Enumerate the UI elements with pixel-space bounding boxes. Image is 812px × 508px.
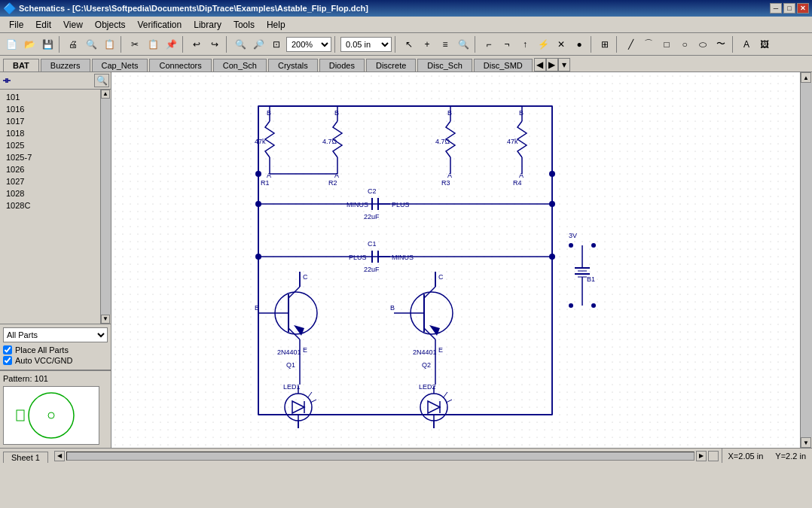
x-coordinate: X=2.05 in	[728, 452, 764, 461]
svg-rect-8	[111, 72, 800, 448]
list-item[interactable]: 1025	[0, 139, 100, 151]
svg-text:2N4401: 2N4401	[413, 348, 437, 356]
place-all-row: Place All Parts	[3, 345, 108, 354]
pin-tool[interactable]: ↑	[517, 36, 533, 53]
list-item[interactable]: 1026	[0, 163, 100, 175]
net2-tool[interactable]: ¬	[499, 36, 515, 53]
menu-library[interactable]: Library	[188, 18, 227, 32]
grid-tool[interactable]: ⊞	[597, 36, 613, 53]
wave-tool[interactable]: 〜	[713, 36, 729, 53]
scrollbar-track[interactable]	[101, 99, 111, 315]
export-button[interactable]: 📋	[101, 36, 118, 53]
net-tool[interactable]: ⌐	[481, 36, 497, 53]
list-item[interactable]: 1017	[0, 115, 100, 127]
svg-text:R3: R3	[441, 179, 450, 187]
select-tool[interactable]: ↖	[401, 36, 417, 53]
tab-connectors[interactable]: Connectors	[149, 59, 211, 71]
tab-bat[interactable]: BAT	[3, 59, 39, 71]
vertical-scrollbar[interactable]: ▲ ▼	[800, 72, 812, 448]
menu-tools[interactable]: Tools	[227, 18, 261, 32]
svg-point-114	[569, 243, 573, 248]
add-wire-tool[interactable]: +	[419, 36, 435, 53]
open-button[interactable]: 📂	[21, 36, 38, 53]
svg-point-123	[549, 254, 555, 260]
circle-tool[interactable]: ⬭	[694, 36, 711, 53]
tab-con-sch[interactable]: Con_Sch	[213, 59, 267, 71]
auto-vcc-checkbox[interactable]	[3, 356, 12, 365]
text-tool[interactable]: A	[738, 36, 755, 53]
new-button[interactable]: 📄	[3, 36, 20, 53]
maximize-button[interactable]: □	[783, 3, 795, 14]
rect-tool[interactable]: □	[658, 36, 675, 53]
power-tool[interactable]: ⚡	[535, 36, 551, 53]
redo-button[interactable]: ↪	[206, 36, 223, 53]
tab-discrete[interactable]: Discrete	[366, 59, 416, 71]
junction-tool[interactable]: ●	[571, 36, 588, 53]
tab-disc-smd[interactable]: Disc_SMD	[474, 59, 533, 71]
find-tool[interactable]: 🔍	[455, 36, 472, 53]
sheet-tab-1[interactable]: Sheet 1	[3, 452, 48, 463]
vscroll-track[interactable]	[801, 83, 812, 437]
cut-button[interactable]: ✂	[127, 36, 143, 53]
tab-scroll-left[interactable]: ◀	[534, 58, 546, 71]
no-connect-tool[interactable]: ✕	[553, 36, 569, 53]
tab-menu[interactable]: ▾	[558, 58, 570, 71]
menu-file[interactable]: File	[3, 18, 29, 32]
menu-edit[interactable]: Edit	[29, 18, 57, 32]
menu-verification[interactable]: Verification	[132, 18, 188, 32]
window-controls: ─ □ ✕	[770, 3, 809, 14]
svg-text:B: B	[447, 109, 452, 117]
print-button[interactable]: 🖨	[65, 36, 81, 53]
tab-diodes[interactable]: Diodes	[319, 59, 365, 71]
scrollbar-up[interactable]: ▲	[101, 90, 110, 99]
menu-objects[interactable]: Objects	[89, 18, 132, 32]
scrollbar-down[interactable]: ▼	[101, 315, 110, 324]
list-item[interactable]: 1025-7	[0, 151, 100, 163]
image-tool[interactable]: 🖼	[756, 36, 773, 53]
offset-select[interactable]: 0.05 in0.01 in0.1 in	[340, 37, 392, 52]
paste-button[interactable]: 📌	[163, 36, 179, 53]
arc-tool[interactable]: ⌒	[640, 36, 657, 53]
hscroll-right-button[interactable]: ▶	[696, 451, 707, 461]
zoom-select[interactable]: 200%100%150%300%	[286, 37, 331, 52]
menu-view[interactable]: View	[57, 18, 89, 32]
zoom-in-button[interactable]: 🔍	[232, 36, 249, 53]
part-list-scrollbar[interactable]: ▲ ▼	[100, 90, 111, 324]
tab-cap-nets[interactable]: Cap_Nets	[92, 59, 148, 71]
menu-help[interactable]: Help	[261, 18, 292, 32]
canvas-area[interactable]: 47k R1 B A 4.7Ω R2 B A 4.7Ω R3	[111, 72, 800, 448]
list-item[interactable]: 1028C	[0, 199, 100, 211]
search-button[interactable]: 🔍	[94, 74, 109, 87]
tab-crystals[interactable]: Crystals	[268, 59, 318, 71]
list-item[interactable]: 1028	[0, 187, 100, 199]
hscroll-left-button[interactable]: ◀	[54, 451, 65, 461]
tab-buzzers[interactable]: Buzzers	[41, 59, 90, 71]
svg-text:A: A	[447, 172, 452, 179]
scroll-up-button[interactable]: ▲	[801, 72, 811, 83]
tab-scroll-right[interactable]: ▶	[546, 58, 558, 71]
list-item[interactable]: 1027	[0, 175, 100, 187]
svg-text:C1: C1	[368, 240, 377, 248]
zoom-fit-button[interactable]: ⊡	[268, 36, 285, 53]
ellipse-tool[interactable]: ○	[676, 36, 693, 53]
hscroll-track[interactable]	[66, 452, 694, 461]
save-button[interactable]: 💾	[39, 36, 56, 53]
filter-select[interactable]: All Parts Used Parts	[3, 327, 108, 342]
minimize-button[interactable]: ─	[770, 3, 782, 14]
close-button[interactable]: ✕	[797, 3, 809, 14]
tab-disc-sch[interactable]: Disc_Sch	[417, 59, 472, 71]
svg-text:Q2: Q2	[422, 361, 431, 369]
zoom-out-button[interactable]: 🔎	[250, 36, 267, 53]
copy-button[interactable]: 📋	[145, 36, 161, 53]
list-item[interactable]: 1016	[0, 103, 100, 115]
bus-tool[interactable]: ≡	[437, 36, 453, 53]
list-item[interactable]: 1018	[0, 127, 100, 139]
scroll-down-button[interactable]: ▼	[801, 437, 811, 448]
undo-button[interactable]: ↩	[188, 36, 205, 53]
print-preview-button[interactable]: 🔍	[83, 36, 99, 53]
svg-text:R4: R4	[513, 179, 522, 187]
list-item[interactable]: 101	[0, 91, 100, 103]
place-all-checkbox[interactable]	[3, 345, 12, 354]
line-tool[interactable]: ╱	[622, 36, 639, 53]
schematic-svg: 47k R1 B A 4.7Ω R2 B A 4.7Ω R3	[111, 72, 800, 448]
